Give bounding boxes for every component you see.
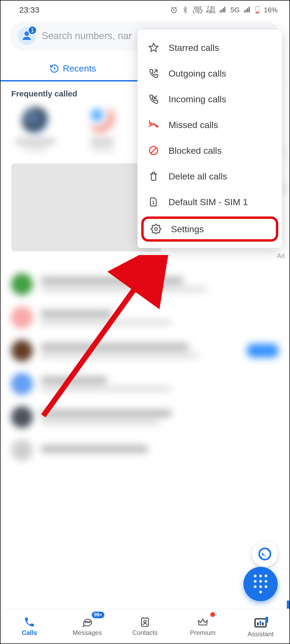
tab-recents[interactable]: Recents [1,56,145,81]
call-row[interactable] [1,334,289,367]
phone-icon [24,616,35,628]
trash-icon [148,171,159,182]
svg-point-10 [260,557,262,559]
speed-indicator: 7.91KB/s [206,6,215,14]
account-avatar[interactable]: 1 [18,27,36,45]
menu-item-label: Incoming calls [169,94,226,104]
phone-circle-icon [257,546,272,561]
battery-icon [255,6,260,14]
menu-settings[interactable]: Settings [141,216,278,242]
menu-missed-calls[interactable]: Missed calls [138,112,282,138]
message-icon [81,616,93,628]
crown-icon [197,616,209,628]
svg-rect-2 [257,6,258,7]
menu-item-label: Missed calls [169,120,218,130]
call-row[interactable] [1,367,289,400]
svg-rect-19 [262,622,264,625]
frequent-contact[interactable] [11,107,59,151]
battery-percent: 16% [264,6,278,14]
dialpad-fab[interactable] [243,567,278,601]
status-time: 23:33 [19,5,39,14]
menu-incoming-calls[interactable]: Incoming calls [138,86,282,112]
ad-label: Ad [277,252,285,260]
nav-label: Messages [72,629,102,636]
nav-premium[interactable]: Premium [174,609,232,643]
call-row[interactable] [1,434,289,467]
volte-indicator: Vol1LTE2 [193,6,203,14]
nav-label: Calls [22,629,37,636]
status-bar: 23:33 Vol1LTE2 7.91KB/s 5G 16% [1,1,289,17]
svg-rect-20 [266,617,268,623]
menu-item-label: Default SIM - SIM 1 [169,197,248,207]
nav-label: Assistant [247,630,273,638]
menu-item-label: Outgoing calls [169,68,226,79]
menu-item-label: Starred calls [169,43,219,53]
nav-messages[interactable]: Messages 99+ [58,609,116,643]
messages-badge: 99+ [92,612,104,618]
svg-rect-18 [260,621,261,625]
alarm-icon [170,6,178,14]
menu-delete-all-calls[interactable]: Delete all calls [138,163,282,189]
bluetooth-icon [181,6,189,14]
block-icon [148,145,159,156]
phone-missed-icon [148,119,159,130]
nav-calls[interactable]: Calls [1,609,58,643]
network-type: 5G [230,6,240,14]
signal-icon [219,6,227,14]
sim-icon: 1 [148,197,159,207]
frequent-contact[interactable] [78,107,126,151]
assistant-icon [253,615,269,631]
svg-point-12 [87,621,88,623]
menu-item-label: Blocked calls [169,145,222,156]
history-icon [49,64,59,73]
svg-rect-17 [257,622,259,625]
contacts-icon [139,616,151,628]
recent-calls-list [1,268,289,467]
star-icon [148,42,159,53]
notification-badge: 1 [28,26,37,35]
nav-assistant[interactable]: Assistant [232,609,289,643]
premium-dot [210,612,215,617]
menu-item-label: Settings [171,224,204,234]
tab-recents-label: Recents [63,63,96,74]
nav-label: Premium [190,629,216,636]
search-placeholder: Search numbers, nar [42,30,132,42]
menu-starred-calls[interactable]: Starred calls [138,35,282,61]
dialpad-icon [254,575,267,593]
call-row[interactable] [1,268,289,301]
menu-blocked-calls[interactable]: Blocked calls [138,138,282,163]
overflow-menu: Starred calls Outgoing calls Incoming ca… [138,29,282,248]
menu-outgoing-calls[interactable]: Outgoing calls [138,61,282,86]
svg-rect-14 [142,618,148,626]
menu-default-sim[interactable]: 1 Default SIM - SIM 1 [138,189,282,215]
phone-incoming-icon [148,94,159,104]
svg-rect-3 [256,12,259,13]
phone-outgoing-icon [148,68,159,79]
svg-text:1: 1 [152,200,155,205]
call-row[interactable] [1,301,289,334]
bottom-nav: Calls Messages 99+ Contacts Premium Assi… [1,609,289,643]
svg-point-15 [144,620,146,623]
signal-icon-2 [243,6,251,14]
gear-icon [151,224,161,234]
call-row[interactable] [1,400,289,434]
truecaller-fab[interactable] [252,541,278,567]
nav-contacts[interactable]: Contacts [116,609,174,643]
svg-point-9 [268,549,270,551]
svg-point-13 [89,621,90,623]
nav-label: Contacts [132,629,158,636]
svg-point-6 [155,228,157,230]
menu-item-label: Delete all calls [169,171,227,182]
svg-point-11 [85,621,86,623]
